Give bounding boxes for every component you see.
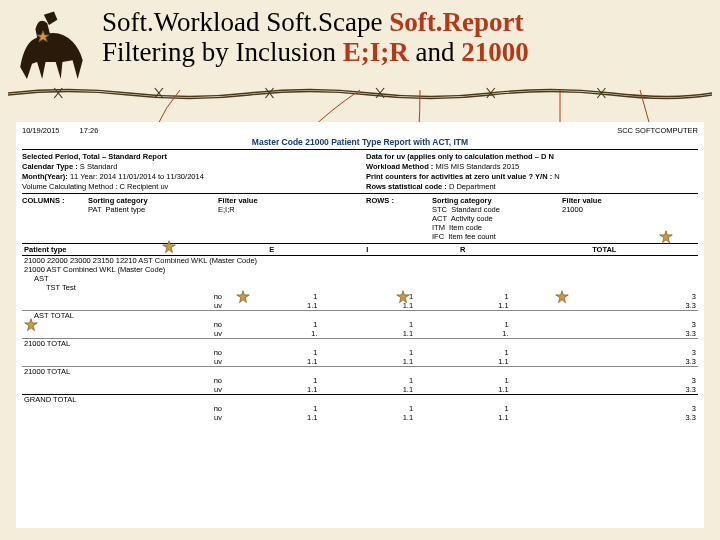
c21-total-label: 21000 TOTAL xyxy=(22,339,224,349)
c: 1. xyxy=(415,329,511,339)
th-patient: Patient type xyxy=(22,244,224,256)
star-icon xyxy=(555,290,569,304)
ast-total-label: AST TOTAL xyxy=(22,311,224,321)
c: 3 xyxy=(511,376,698,385)
data-uv-label: Data for uv (applies only to calculation… xyxy=(366,152,554,161)
c: 1 xyxy=(415,320,511,329)
grp-2: 21000 AST Combined WKL (Master Code) xyxy=(22,265,698,274)
c: 1.1 xyxy=(224,357,320,367)
cowboy-horse-icon xyxy=(10,8,98,84)
c: 3 xyxy=(511,404,698,413)
c: 3.3 xyxy=(511,301,698,311)
prt-label: Print counters for activities at zero un… xyxy=(366,172,552,181)
col-cat-code: PAT xyxy=(88,205,101,214)
lbl-uv: uv xyxy=(24,301,222,310)
c: 1.1 xyxy=(320,357,416,367)
c: 1.1 xyxy=(224,413,320,422)
c: 1 xyxy=(224,404,320,413)
c: 1 xyxy=(415,404,511,413)
c: 3 xyxy=(511,292,698,301)
lbl-no: no xyxy=(24,376,222,385)
grp-4: TST Test xyxy=(22,283,698,292)
lbl-no: no xyxy=(24,292,222,301)
title-row: Soft.Workload Soft.Scape Soft.Report Fil… xyxy=(0,0,720,84)
svg-marker-14 xyxy=(660,231,673,243)
c: 1. xyxy=(224,329,320,339)
c: 1.1 xyxy=(224,385,320,395)
lbl-uv: uv xyxy=(24,329,222,338)
row-label: Rows statistical code : xyxy=(366,182,447,191)
th-e: E xyxy=(224,244,320,256)
report-title: Master Code 21000 Patient Type Report wi… xyxy=(22,137,698,147)
prt-value: N xyxy=(554,172,559,181)
row-r4: IFC xyxy=(432,232,444,241)
c21b-total-label: 21000 TOTAL xyxy=(22,367,224,377)
wkl-label: Workload Method : xyxy=(366,162,433,171)
c: 1 xyxy=(224,376,320,385)
c: 1 xyxy=(320,320,416,329)
row-r4d: Item fee count xyxy=(448,232,496,241)
title-part-1: Soft.Workload Soft.Scape xyxy=(102,7,389,37)
svg-marker-13 xyxy=(163,241,176,253)
svg-marker-15 xyxy=(237,291,250,303)
lbl-no: no xyxy=(24,404,222,413)
c: 3 xyxy=(511,348,698,357)
c: 1.1 xyxy=(320,413,416,422)
row-r1d: Standard code xyxy=(451,205,500,214)
lbl-uv: uv xyxy=(24,385,222,394)
svg-marker-16 xyxy=(397,291,410,303)
grand-total-label: GRAND TOTAL xyxy=(22,395,224,405)
columns-head: COLUMNS : xyxy=(22,196,88,205)
row-r2d: Activity code xyxy=(451,214,493,223)
c: 1.1 xyxy=(415,385,511,395)
th-r: R xyxy=(415,244,511,256)
c: 1 xyxy=(320,404,416,413)
lbl-no: no xyxy=(24,320,222,329)
report-meta: Selected Period, Total – Standard Report… xyxy=(22,151,698,192)
report-date: 10/19/2015 xyxy=(22,126,60,135)
grp-3: AST xyxy=(22,274,698,283)
star-icon xyxy=(659,230,673,244)
col-cat-desc: Patient type xyxy=(106,205,146,214)
c: 1 xyxy=(415,292,511,301)
c: 1 xyxy=(224,348,320,357)
c: 1.1 xyxy=(320,385,416,395)
th-total: TOTAL xyxy=(511,244,698,256)
title-part-3: Filtering by Inclusion xyxy=(102,37,343,67)
row-value: D Department xyxy=(449,182,496,191)
title-accent-1: Soft.Report xyxy=(389,7,523,37)
row-r2: ACT xyxy=(432,214,447,223)
grp-1: 21000 22000 23000 23150 12210 AST Combin… xyxy=(22,256,698,266)
c: 1.1 xyxy=(415,301,511,311)
vol-value: C Recipient uv xyxy=(120,182,169,191)
vol-label: Volume Calculating Method : xyxy=(22,182,117,191)
lbl-uv: uv xyxy=(24,413,222,422)
c: 1.1 xyxy=(320,329,416,339)
c: 3.3 xyxy=(511,385,698,395)
c: 1 xyxy=(320,348,416,357)
row-r3: ITM xyxy=(432,223,445,232)
caltype-label: Calendar Type : xyxy=(22,162,78,171)
lbl-no: no xyxy=(24,348,222,357)
c: 3.3 xyxy=(511,357,698,367)
barbed-wire-divider xyxy=(8,84,712,102)
report-time: 17:26 xyxy=(80,126,99,135)
row-filter-value: 21000 xyxy=(562,205,698,214)
c: 3 xyxy=(511,320,698,329)
star-icon xyxy=(24,318,38,332)
lbl-uv: uv xyxy=(24,357,222,366)
col-filter-value: E;I;R xyxy=(218,205,354,214)
c: 1.1 xyxy=(415,413,511,422)
report-table: Patient type E I R TOTAL 21000 22000 230… xyxy=(22,243,698,422)
columns-sort-h: Sorting category xyxy=(88,196,218,205)
th-i: I xyxy=(320,244,416,256)
caltype-value: S Standard xyxy=(80,162,118,171)
svg-marker-18 xyxy=(25,319,38,331)
c: 1.1 xyxy=(415,357,511,367)
rows-filt-h: Filter value xyxy=(562,196,698,205)
row-r1: STC xyxy=(432,205,447,214)
c: 1 xyxy=(415,348,511,357)
month-label: Month(Year): xyxy=(22,172,68,181)
star-icon xyxy=(236,290,250,304)
star-icon xyxy=(162,240,176,254)
